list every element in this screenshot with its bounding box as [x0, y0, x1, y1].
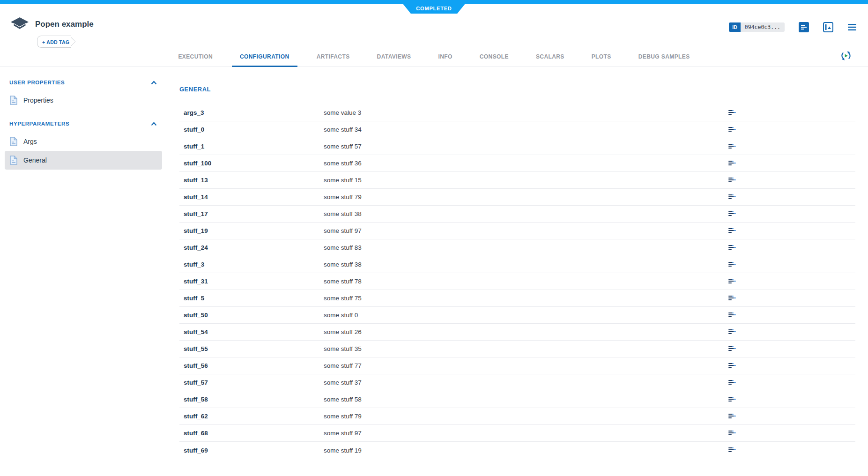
param-value: some stuff 83 — [324, 244, 728, 251]
sidebar-section: HYPERPARAMETERS Args General — [0, 121, 167, 170]
param-name: stuff_14 — [179, 193, 324, 201]
sidebar-section-header[interactable]: USER PROPERTIES — [0, 80, 167, 85]
param-detail-icon[interactable] — [728, 431, 737, 436]
content-section-title: GENERAL — [179, 86, 855, 93]
chevron-up-icon[interactable] — [151, 122, 157, 126]
param-value: some stuff 0 — [324, 312, 728, 319]
sidebar-item-properties[interactable]: Properties — [5, 91, 162, 110]
layout-panel-icon[interactable] — [823, 22, 833, 32]
content-panel: GENERAL args_3 some value 3 stuff_0 some… — [167, 67, 868, 476]
param-name: stuff_13 — [179, 177, 324, 184]
sidebar-section-header[interactable]: HYPERPARAMETERS — [0, 121, 167, 126]
param-row: args_3 some value 3 — [179, 104, 855, 121]
param-value: some stuff 34 — [324, 126, 728, 133]
tab-plots[interactable]: PLOTS — [584, 47, 619, 67]
param-row: stuff_50 some stuff 0 — [179, 307, 855, 324]
id-chip: ID — [729, 22, 741, 32]
param-row: stuff_13 some stuff 15 — [179, 172, 855, 189]
param-row: stuff_62 some stuff 79 — [179, 408, 855, 425]
param-detail-icon[interactable] — [728, 346, 737, 352]
param-detail-icon[interactable] — [728, 447, 737, 453]
param-detail-icon[interactable] — [728, 363, 737, 369]
tab-debug-samples[interactable]: DEBUG SAMPLES — [631, 47, 698, 67]
tab-configuration[interactable]: CONFIGURATION — [232, 47, 297, 67]
param-detail-icon[interactable] — [728, 296, 737, 301]
tab-execution[interactable]: EXECUTION — [170, 47, 221, 67]
tab-label: CONFIGURATION — [240, 53, 289, 60]
auto-refresh-icon[interactable] — [840, 50, 852, 64]
param-value: some stuff 77 — [324, 362, 728, 369]
param-detail-icon[interactable] — [728, 211, 737, 217]
param-row: stuff_24 some stuff 83 — [179, 239, 855, 256]
page-title: Popen example — [35, 20, 94, 29]
chevron-up-icon[interactable] — [151, 81, 157, 85]
param-row: stuff_68 some stuff 97 — [179, 425, 855, 442]
param-value: some stuff 35 — [324, 345, 728, 352]
tab-console[interactable]: CONSOLE — [472, 47, 517, 67]
param-detail-icon[interactable] — [728, 144, 737, 149]
param-row: stuff_54 some stuff 26 — [179, 324, 855, 341]
details-log-icon[interactable] — [799, 22, 809, 32]
param-detail-icon[interactable] — [728, 397, 737, 402]
document-icon — [10, 156, 17, 165]
param-name: args_3 — [179, 109, 324, 116]
param-detail-icon[interactable] — [728, 127, 737, 133]
param-name: stuff_62 — [179, 413, 324, 420]
param-detail-icon[interactable] — [728, 279, 737, 284]
param-detail-icon[interactable] — [728, 414, 737, 419]
param-value: some stuff 19 — [324, 447, 728, 454]
param-row: stuff_3 some stuff 38 — [179, 256, 855, 273]
param-detail-icon[interactable] — [728, 312, 737, 318]
param-detail-icon[interactable] — [728, 228, 737, 234]
tab-bar-tabs: EXECUTION CONFIGURATION ARTIFACTS DATAVI… — [164, 47, 703, 67]
param-value: some stuff 58 — [324, 396, 728, 403]
param-name: stuff_69 — [179, 447, 324, 454]
param-name: stuff_3 — [179, 261, 324, 268]
param-name: stuff_1 — [179, 143, 324, 150]
param-detail-icon[interactable] — [728, 161, 737, 166]
param-value: some stuff 79 — [324, 413, 728, 420]
param-detail-icon[interactable] — [728, 262, 737, 268]
param-name: stuff_31 — [179, 278, 324, 285]
tab-label: DATAVIEWS — [377, 53, 411, 60]
tab-scalars[interactable]: SCALARS — [528, 47, 572, 67]
sidebar-section-title: USER PROPERTIES — [9, 80, 65, 85]
param-name: stuff_56 — [179, 362, 324, 369]
tab-dataviews[interactable]: DATAVIEWS — [369, 47, 419, 67]
document-icon — [10, 137, 17, 146]
sidebar-sections: USER PROPERTIES Properties HYPERPARAMETE… — [0, 80, 167, 170]
param-name: stuff_57 — [179, 379, 324, 386]
sidebar-item-args[interactable]: Args — [5, 132, 162, 151]
param-value: some value 3 — [324, 109, 728, 116]
param-detail-icon[interactable] — [728, 194, 737, 200]
header-right: ID 094ce0c3... — [729, 22, 857, 32]
sidebar-item-general[interactable]: General — [5, 151, 162, 170]
param-value: some stuff 78 — [324, 278, 728, 285]
hamburger-menu-icon[interactable] — [847, 23, 857, 31]
add-tag-button[interactable]: + ADD TAG — [37, 36, 71, 48]
param-row: stuff_69 some stuff 19 — [179, 442, 855, 459]
param-detail-icon[interactable] — [728, 110, 737, 116]
param-name: stuff_58 — [179, 396, 324, 403]
param-detail-icon[interactable] — [728, 178, 737, 183]
param-detail-icon[interactable] — [728, 380, 737, 386]
param-row: stuff_57 some stuff 37 — [179, 374, 855, 391]
param-row: stuff_19 some stuff 97 — [179, 223, 855, 239]
param-detail-icon[interactable] — [728, 329, 737, 335]
tab-label: DEBUG SAMPLES — [638, 53, 690, 60]
tab-artifacts[interactable]: ARTIFACTS — [309, 47, 358, 67]
param-value: some stuff 79 — [324, 193, 728, 201]
sidebar-item-label: Args — [23, 138, 37, 145]
param-value: some stuff 38 — [324, 210, 728, 217]
param-row: stuff_56 some stuff 77 — [179, 357, 855, 374]
status-badge: COMPLETED — [400, 0, 468, 14]
param-value: some stuff 57 — [324, 143, 728, 150]
param-row: stuff_31 some stuff 78 — [179, 273, 855, 290]
param-value: some stuff 37 — [324, 379, 728, 386]
param-name: stuff_68 — [179, 430, 324, 437]
param-detail-icon[interactable] — [728, 245, 737, 251]
param-value: some stuff 75 — [324, 295, 728, 302]
tab-info[interactable]: INFO — [430, 47, 460, 67]
tab-label: CONSOLE — [480, 53, 509, 60]
experiment-id-badge[interactable]: ID 094ce0c3... — [729, 22, 785, 32]
